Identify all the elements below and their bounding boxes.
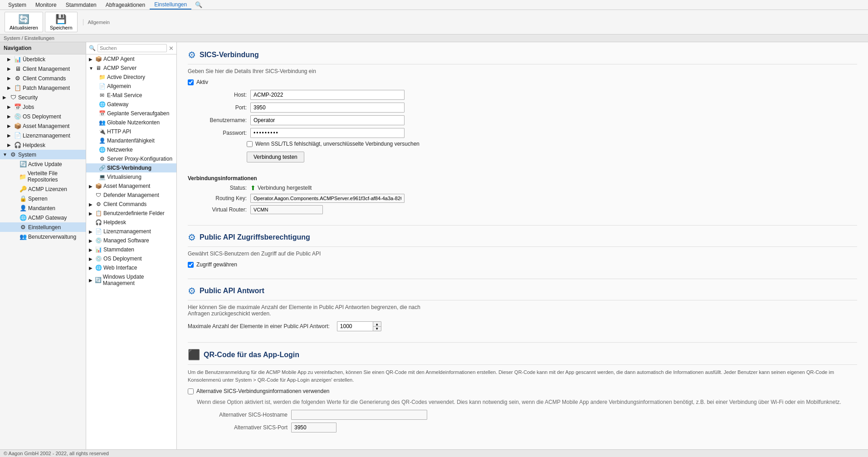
alt-port-input[interactable]	[291, 423, 336, 432]
tree-item-email-service[interactable]: ✉ E-Mail Service	[86, 91, 176, 100]
password-input[interactable]	[250, 128, 405, 138]
tree-item-geplante-serveraufgaben[interactable]: 📅 Geplante Serveraufgaben	[86, 109, 176, 118]
public-api-access-section: ⚙ Public API Zugriffsberechtigung Gewähr…	[188, 225, 857, 268]
tree-item-windows-update[interactable]: ▶ 🔄 Windows Update Management	[86, 272, 176, 288]
tree-item-acmp-agent[interactable]: ▶ 📦 ACMP Agent	[86, 54, 176, 64]
sidebar-item-helpdesk[interactable]: ▶ 🎧 Helpdesk	[0, 140, 86, 150]
sidebar-item-sperren[interactable]: 🔒 Sperren	[0, 194, 86, 203]
api-access-checkbox[interactable]	[188, 262, 194, 268]
sidebar-item-active-update[interactable]: 🔄 Active Update	[0, 159, 86, 169]
routing-key-input[interactable]	[250, 194, 405, 203]
speichern-button[interactable]: 💾 Speichern	[45, 12, 78, 32]
tree-item-globale-nutzerkonten[interactable]: 👥 Globale Nutzerkonten	[86, 118, 176, 127]
tree-item-virtualisierung[interactable]: 💻 Virtualisierung	[86, 172, 176, 182]
sidebar-item-mandanten[interactable]: 👤 Mandanten	[0, 203, 86, 213]
http-api-icon: 🔌	[98, 128, 106, 135]
tree-item-defender-management[interactable]: 🛡 Defender Management	[86, 191, 176, 200]
sidebar-item-acmp-gateway[interactable]: 🌐 ACMP Gateway	[0, 213, 86, 222]
chevron-right-icon: ▶	[89, 265, 93, 270]
tree-search-bar: 🔍 ✕	[86, 42, 176, 54]
nav-label: Active Update	[28, 161, 62, 167]
ssl-row: Wenn SSL/TLS fehlschlägt, unverschlüssel…	[247, 141, 857, 147]
managed-software-icon: 💿	[95, 237, 102, 244]
sidebar-item-asset-management[interactable]: ▶ 📦 Asset Management	[0, 121, 86, 131]
menu-monitore[interactable]: Monitore	[31, 1, 61, 9]
aktiv-checkbox[interactable]	[188, 79, 194, 85]
tree-item-lizenzmanagement[interactable]: ▶ 📄 Lizenzmanagement	[86, 227, 176, 236]
max-elements-input[interactable]	[337, 321, 373, 331]
sidebar-item-system[interactable]: ▼ ⚙ System	[0, 150, 86, 159]
stammdaten-icon: 📊	[95, 246, 102, 253]
tree-item-netzwerke[interactable]: 🌐 Netzwerke	[86, 145, 176, 154]
spinner-up-button[interactable]: ▲	[373, 321, 381, 326]
tree-item-label: Helpdesk	[103, 219, 126, 226]
tree-item-helpdesk[interactable]: 🎧 Helpdesk	[86, 218, 176, 227]
tree-item-asset-management[interactable]: ▶ 📦 Asset Management	[86, 182, 176, 191]
connection-arrow-icon: ⬆	[250, 184, 256, 192]
alt-sics-checkbox[interactable]	[188, 388, 194, 394]
sidebar-item-benutzerverwaltung[interactable]: 👥 Benutzerverwaltung	[0, 232, 86, 241]
sidebar-item-security[interactable]: ▶ 🛡 Security	[0, 93, 86, 102]
tree-item-label: Server Proxy-Konfiguration	[107, 156, 172, 162]
tree-item-allgemein[interactable]: 📄 Allgemein	[86, 82, 176, 91]
search-icon: 🔍	[89, 45, 96, 51]
tree-item-web-interface[interactable]: ▶ 🌐 Web Interface	[86, 263, 176, 272]
public-api-response-section: ⚙ Public API Antwort Hier können Sie die…	[188, 279, 857, 331]
breadcrumb: System / Einstellungen	[0, 34, 868, 42]
helpdesk-icon: 🎧	[95, 219, 102, 226]
tree-item-active-directory[interactable]: 📁 Active Directory	[86, 73, 176, 82]
mandanten-icon: 👤	[20, 205, 27, 211]
nav-label: ACMP Lizenzen	[28, 186, 67, 192]
virtual-router-label: Virtual Router:	[188, 206, 247, 213]
sidebar-item-file-repositories[interactable]: 📁 Verteilte File Repositories	[0, 169, 86, 184]
sidebar-item-client-commands[interactable]: ▶ ⚙ Client Commands	[0, 74, 86, 83]
tree-item-gateway[interactable]: 🌐 Gateway	[86, 100, 176, 109]
tree-item-server-proxy[interactable]: ⚙ Server Proxy-Konfiguration	[86, 154, 176, 163]
sidebar-item-überblick[interactable]: ▶ 📊 Überblick	[0, 54, 86, 64]
sidebar-item-einstellungen[interactable]: ⚙ Einstellungen	[0, 222, 86, 232]
chevron-right-icon: ▶	[7, 57, 13, 62]
sidebar-item-acmp-lizenzen[interactable]: 🔑 ACMP Lizenzen	[0, 184, 86, 194]
tree-item-benutzerdefinierte-felder[interactable]: ▶ 📋 Benutzerdefinierte Felder	[86, 209, 176, 218]
tree-item-sics-verbindung[interactable]: 🔗 SICS-Verbindung	[86, 163, 176, 172]
nav-label: Patch Management	[23, 85, 70, 91]
defender-icon: 🛡	[95, 192, 102, 198]
tree-item-os-deployment[interactable]: ▶ 💿 OS Deployment	[86, 254, 176, 263]
menu-einstellungen[interactable]: Einstellungen	[150, 0, 191, 10]
virtual-router-input[interactable]	[250, 205, 323, 214]
test-connection-button[interactable]: Verbindung testen	[247, 152, 304, 162]
nav-header: Navigation	[0, 42, 86, 54]
active-update-icon: 🔄	[20, 161, 27, 167]
tree-item-mandantenfähigkeit[interactable]: 👤 Mandantenfähigkeit	[86, 136, 176, 145]
tree-search-input[interactable]	[98, 44, 167, 52]
sidebar-item-os-deployment[interactable]: ▶ 💿 OS Deployment	[0, 112, 86, 121]
spinner-down-button[interactable]: ▼	[373, 326, 381, 331]
tree-item-stammdaten[interactable]: ▶ 📊 Stammdaten	[86, 245, 176, 254]
menu-system[interactable]: System	[4, 1, 31, 9]
port-input[interactable]	[250, 103, 405, 113]
qr-title: QR-Code für das App-Login	[204, 351, 299, 359]
alt-host-input[interactable]	[291, 410, 427, 420]
netzwerke-icon: 🌐	[98, 147, 106, 153]
tree-item-client-commands[interactable]: ▶ ⚙ Client Commands	[86, 200, 176, 209]
menu-abfrageaktionen[interactable]: Abfrageaktionen	[101, 1, 150, 9]
api-access-header: ⚙ Public API Zugriffsberechtigung	[188, 232, 857, 247]
search-icon[interactable]: 🔍	[195, 1, 202, 8]
tree-item-acmp-server[interactable]: ▼ 🖥 ACMP Server	[86, 64, 176, 73]
menu-stammdaten[interactable]: Stammdaten	[61, 1, 101, 9]
tree-item-managed-software[interactable]: ▶ 💿 Managed Software	[86, 236, 176, 245]
sidebar-item-client-management[interactable]: ▶ 🖥 Client Management	[0, 64, 86, 74]
host-input[interactable]	[250, 90, 405, 100]
chevron-right-icon: ▶	[7, 85, 13, 90]
chevron-right-icon: ▶	[7, 143, 13, 147]
ssl-checkbox[interactable]	[247, 141, 253, 147]
sidebar-item-lizenzmanagement[interactable]: ▶ 📄 Lizenzmanagement	[0, 131, 86, 140]
chevron-right-icon: ▶	[7, 114, 13, 119]
tree-item-http-api[interactable]: 🔌 HTTP API	[86, 127, 176, 136]
username-input[interactable]	[250, 115, 405, 125]
sidebar-item-jobs[interactable]: ▶ 📅 Jobs	[0, 102, 86, 112]
clear-search-button[interactable]: ✕	[169, 45, 174, 52]
aktualisieren-button[interactable]: 🔄 Aktualisieren	[5, 12, 43, 32]
tree-item-label: Netzwerke	[107, 147, 133, 153]
sidebar-item-patch-management[interactable]: ▶ 📋 Patch Management	[0, 83, 86, 93]
